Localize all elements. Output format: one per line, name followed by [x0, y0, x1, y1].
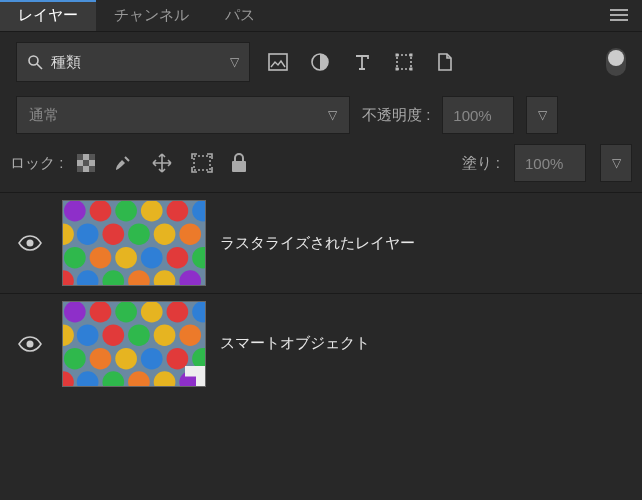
opacity-label: 不透明度 :	[362, 106, 430, 125]
filter-type-icon[interactable]	[352, 52, 372, 72]
svg-point-31	[64, 247, 86, 268]
svg-point-52	[77, 324, 99, 345]
lock-label: ロック :	[10, 154, 63, 173]
fill-dropdown[interactable]: ▽	[600, 144, 632, 182]
blend-mode-select[interactable]: 通常 ▽	[16, 96, 350, 134]
layer-thumbnail[interactable]	[62, 301, 206, 387]
svg-point-19	[64, 201, 86, 222]
svg-rect-11	[89, 154, 95, 160]
svg-rect-15	[194, 156, 210, 170]
svg-point-32	[90, 247, 112, 268]
opacity-input[interactable]: 100%	[442, 96, 514, 134]
svg-point-56	[179, 324, 201, 345]
svg-point-22	[141, 201, 163, 222]
svg-point-47	[115, 302, 137, 323]
svg-rect-13	[77, 166, 83, 172]
layer-filter-select[interactable]: 種類 ▽	[16, 42, 250, 82]
blend-mode-value: 通常	[29, 106, 59, 125]
layer-thumbnail[interactable]	[62, 200, 206, 286]
svg-rect-6	[410, 54, 413, 57]
search-icon	[27, 54, 43, 70]
chevron-down-icon: ▽	[328, 108, 337, 122]
fill-input[interactable]: 100%	[514, 144, 586, 182]
chevron-down-icon: ▽	[230, 55, 239, 69]
lock-all-icon[interactable]	[231, 153, 247, 173]
svg-rect-8	[410, 68, 413, 71]
svg-point-57	[64, 347, 86, 368]
tab-paths[interactable]: パス	[207, 0, 273, 31]
filter-shape-icon[interactable]	[394, 52, 414, 72]
svg-point-28	[128, 223, 150, 244]
filter-toggle[interactable]	[606, 48, 626, 76]
svg-point-33	[115, 247, 137, 268]
tab-channels[interactable]: チャンネル	[96, 0, 207, 31]
filter-adjustment-icon[interactable]	[310, 52, 330, 72]
layer-name[interactable]: ラスタライズされたレイヤー	[220, 234, 415, 253]
svg-line-1	[37, 64, 42, 69]
opacity-dropdown[interactable]: ▽	[526, 96, 558, 134]
visibility-toggle[interactable]	[12, 336, 48, 352]
filter-smartobject-icon[interactable]	[436, 52, 454, 72]
lock-pixels-icon[interactable]	[113, 153, 133, 173]
svg-rect-5	[396, 54, 399, 57]
svg-point-34	[141, 247, 163, 268]
lock-artboard-icon[interactable]	[191, 153, 213, 173]
svg-point-20	[90, 201, 112, 222]
visibility-toggle[interactable]	[12, 235, 48, 251]
filter-kind-label: 種類	[51, 53, 222, 72]
svg-rect-10	[77, 154, 83, 160]
svg-rect-12	[83, 160, 89, 166]
tab-layers[interactable]: レイヤー	[0, 0, 96, 31]
svg-point-49	[167, 302, 189, 323]
svg-point-60	[141, 347, 163, 368]
layer-row[interactable]: スマートオブジェクト	[0, 293, 642, 393]
svg-point-46	[90, 302, 112, 323]
svg-point-0	[29, 56, 38, 65]
svg-point-48	[141, 302, 163, 323]
svg-point-45	[64, 302, 86, 323]
svg-point-61	[167, 347, 189, 368]
svg-point-43	[27, 340, 34, 347]
svg-point-58	[90, 347, 112, 368]
svg-point-53	[102, 324, 124, 345]
svg-point-59	[115, 347, 137, 368]
svg-point-23	[167, 201, 189, 222]
filter-pixel-icon[interactable]	[268, 53, 288, 71]
svg-point-55	[154, 324, 176, 345]
svg-point-29	[154, 223, 176, 244]
svg-rect-4	[397, 55, 411, 69]
svg-rect-14	[89, 166, 95, 172]
layer-row[interactable]: ラスタライズされたレイヤー	[0, 193, 642, 293]
svg-rect-7	[396, 68, 399, 71]
svg-rect-2	[269, 54, 287, 70]
lock-position-icon[interactable]	[151, 152, 173, 174]
svg-point-30	[179, 223, 201, 244]
svg-rect-16	[232, 161, 246, 172]
layers-list: ラスタライズされたレイヤー スマートオブジェクト	[0, 192, 642, 393]
lock-transparency-icon[interactable]	[77, 154, 95, 172]
svg-point-17	[27, 240, 34, 247]
svg-point-35	[167, 247, 189, 268]
fill-label: 塗り :	[462, 154, 500, 173]
panel-menu-icon[interactable]	[596, 7, 642, 24]
svg-point-54	[128, 324, 150, 345]
svg-point-26	[77, 223, 99, 244]
svg-point-27	[102, 223, 124, 244]
svg-point-21	[115, 201, 137, 222]
layer-name[interactable]: スマートオブジェクト	[220, 334, 370, 353]
